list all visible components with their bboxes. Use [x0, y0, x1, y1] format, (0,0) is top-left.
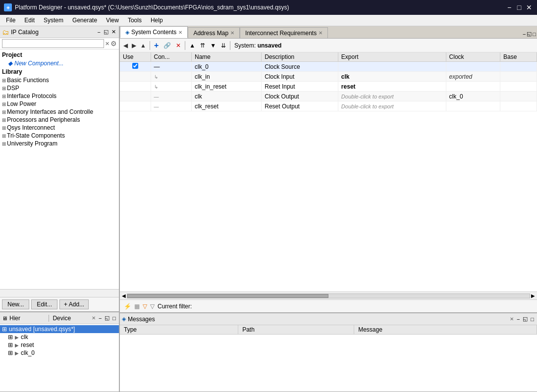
lib-memory-interfaces[interactable]: ⊞ Memory Interfaces and Controlle	[0, 108, 119, 116]
search-input[interactable]	[2, 39, 104, 48]
hier-maximize-btn[interactable]: □	[111, 315, 117, 321]
nav-next-btn[interactable]: ▶	[130, 42, 138, 49]
port-name-cell[interactable]: clk_in	[192, 72, 262, 82]
messages-title: Messages	[128, 316, 507, 323]
messages-minimize-btn[interactable]: −	[516, 316, 521, 322]
tab-interconnect-close[interactable]: ✕	[319, 30, 322, 36]
tab-system-contents-icon: ◈	[125, 29, 129, 36]
connections-btn[interactable]: 🔗	[161, 41, 173, 50]
device-tab[interactable]: Device	[53, 315, 88, 322]
port-name-cell[interactable]: clk_reset	[192, 101, 262, 111]
hier-item-unsaved[interactable]: ⊞ unsaved [unsaved.qsys*]	[0, 325, 119, 333]
scroll-right-btn[interactable]: ▶	[530, 293, 536, 298]
messages-icon: ◈	[122, 316, 126, 322]
hier-item-clk0[interactable]: ⊞ ▶ clk_0	[0, 349, 119, 357]
new-component-icon: ◆	[8, 60, 12, 67]
move-up-btn[interactable]: ▲	[187, 41, 197, 50]
lib-dsp[interactable]: ⊞ DSP	[0, 84, 119, 92]
scroll-thumb[interactable]	[127, 294, 328, 298]
menu-file[interactable]: File	[2, 16, 19, 25]
port-name-cell[interactable]: clk_in_reset	[192, 82, 262, 92]
search-clear-button[interactable]: ✕	[105, 41, 109, 47]
minimize-button[interactable]: −	[505, 3, 513, 11]
hierarchy-title: Hier	[9, 315, 45, 322]
tab-maximize-btn[interactable]: □	[533, 31, 536, 37]
horizontal-scrollbar[interactable]: ◀ ▶	[120, 292, 537, 299]
nav-up-btn[interactable]: ▲	[139, 42, 148, 49]
ip-catalog-restore-btn[interactable]: ◱	[103, 29, 109, 35]
menu-view[interactable]: View	[102, 16, 123, 25]
port-export-cell[interactable]: Double-click to export	[338, 101, 446, 111]
ip-catalog-tree: Project ◆ New Component... Library ⊞ Bas…	[0, 49, 119, 289]
table-header-row: Use Con... Name Description Export Clock…	[120, 52, 537, 62]
lib-low-power[interactable]: ⊞ Low Power	[0, 100, 119, 108]
messages-close-btn[interactable]: ✕	[510, 316, 514, 322]
title-bar: ◈ Platform Designer - unsaved.qsys* (C:\…	[0, 0, 537, 15]
component-clock-cell	[446, 62, 500, 72]
nav-prev-btn[interactable]: ◀	[122, 42, 129, 49]
port-export-cell[interactable]: reset	[338, 82, 446, 92]
ip-catalog-minimize-btn[interactable]: −	[97, 29, 102, 35]
lib-tri-state[interactable]: ⊞ Tri-State Components	[0, 132, 119, 140]
component-table: Use Con... Name Description Export Clock…	[120, 52, 537, 111]
scroll-track[interactable]	[127, 294, 530, 298]
tab-restore-btn[interactable]: ◱	[527, 31, 532, 37]
messages-maximize-btn[interactable]: □	[530, 316, 535, 322]
edit-button[interactable]: Edit...	[31, 299, 57, 309]
move-down-btn[interactable]: ▼	[208, 41, 218, 50]
table-row[interactable]: — clk_reset Reset Output Double-click to…	[120, 101, 537, 111]
port-name-cell[interactable]: clk	[192, 92, 262, 101]
col-message: Message	[354, 325, 537, 335]
lib-processors[interactable]: ⊞ Processors and Peripherals	[0, 116, 119, 124]
hier-item-clk[interactable]: ⊞ ▶ clk	[0, 333, 119, 341]
new-component-item[interactable]: ◆ New Component...	[0, 59, 119, 67]
scroll-left-btn[interactable]: ◀	[121, 293, 127, 298]
tab-interconnect-req[interactable]: Interconnect Requirements ✕	[240, 27, 328, 38]
messages-restore-btn[interactable]: ◱	[522, 316, 529, 322]
tab-address-map-close[interactable]: ✕	[230, 30, 234, 36]
tab-system-contents-close[interactable]: ✕	[178, 30, 182, 35]
menu-generate[interactable]: Generate	[68, 16, 101, 25]
maximize-button[interactable]: □	[515, 3, 523, 11]
ip-catalog-close-btn[interactable]: ✕	[110, 29, 117, 35]
hier-restore-btn[interactable]: ◱	[104, 315, 110, 321]
tab-address-map[interactable]: Address Map ✕	[188, 27, 240, 38]
menu-tools[interactable]: Tools	[124, 16, 146, 25]
port-export-cell[interactable]: Double-click to export	[338, 92, 446, 101]
lib-qsys-interconnect[interactable]: ⊞ Qsys Interconnect	[0, 124, 119, 132]
menu-edit[interactable]: Edit	[20, 16, 39, 25]
hier-item-reset[interactable]: ⊞ ▶ reset	[0, 341, 119, 349]
delete-btn[interactable]: ✕	[174, 41, 183, 50]
move-bottom-btn[interactable]: ⇊	[219, 41, 228, 50]
new-button[interactable]: New...	[2, 299, 29, 309]
use-checkbox[interactable]	[132, 63, 138, 69]
component-base-cell	[500, 62, 537, 72]
add-component-btn[interactable]: +	[152, 40, 161, 51]
lib-interface-protocols[interactable]: ⊞ Interface Protocols	[0, 92, 119, 100]
lib-basic-functions[interactable]: ⊞ Basic Functions	[0, 76, 119, 84]
add-button[interactable]: + Add...	[59, 299, 89, 309]
tab-minimize-btn[interactable]: −	[523, 31, 526, 37]
conn-cell: —	[151, 101, 192, 111]
use-cell	[120, 72, 151, 82]
table-row[interactable]: — clk Clock Output Double-click to expor…	[120, 92, 537, 101]
use-checkbox-cell[interactable]	[120, 62, 151, 72]
device-tab-close[interactable]: ✕	[92, 315, 96, 321]
hier-minimize-btn[interactable]: −	[98, 315, 103, 321]
lib-university[interactable]: ⊞ University Program	[0, 140, 119, 147]
menu-system[interactable]: System	[40, 16, 67, 25]
hier-reset-label: reset	[21, 342, 34, 348]
table-row[interactable]: ↳ clk_in Clock Input clk exported	[120, 72, 537, 82]
menu-help[interactable]: Help	[147, 16, 167, 25]
move-top-btn[interactable]: ⇈	[198, 41, 207, 50]
close-button[interactable]: ✕	[525, 3, 533, 11]
table-row[interactable]: ↳ clk_in_reset Reset Input reset	[120, 82, 537, 92]
system-text: System:	[234, 42, 256, 49]
tab-system-contents[interactable]: ◈ System Contents ✕	[120, 26, 188, 38]
port-desc-cell: Reset Input	[262, 82, 338, 92]
component-name-cell[interactable]: clk_0	[192, 62, 262, 72]
col-type: Type	[120, 325, 238, 335]
port-export-cell[interactable]: clk	[338, 72, 446, 82]
search-settings-button[interactable]: ⚙	[110, 40, 117, 48]
table-row[interactable]: — clk_0 Clock Source	[120, 62, 537, 72]
